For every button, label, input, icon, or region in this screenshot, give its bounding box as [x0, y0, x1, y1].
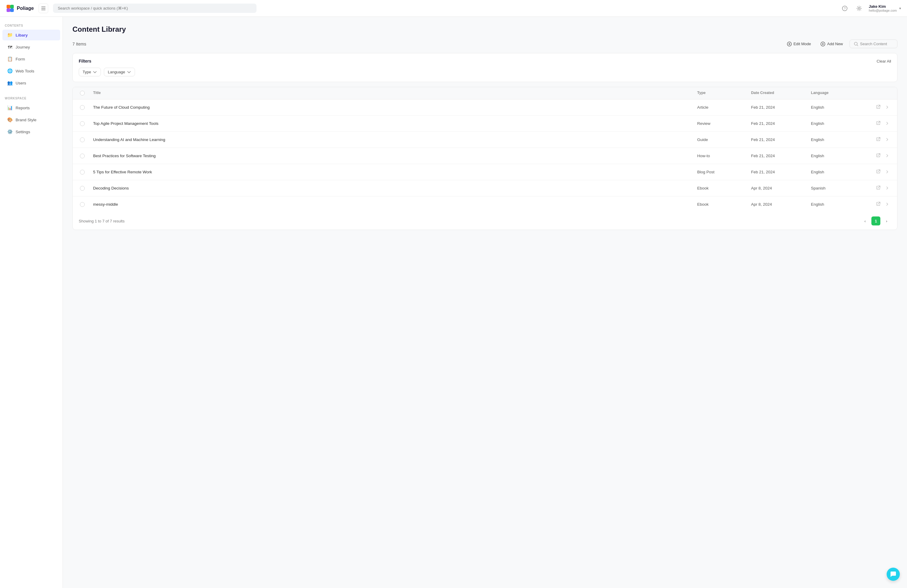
- row-checkbox-cell: [77, 133, 91, 146]
- row-chevron-5[interactable]: [885, 184, 890, 192]
- row-title-3: Best Practices for Software Testing: [91, 149, 695, 162]
- edit-mode-icon: [787, 42, 792, 46]
- row-external-link-3[interactable]: [875, 152, 881, 160]
- add-new-icon: [820, 42, 825, 46]
- user-info[interactable]: Jake Kim hello@poliage.com ▾: [869, 4, 901, 12]
- sidebar-item-settings[interactable]: ⚙️ Settings: [2, 127, 60, 137]
- logo: Poliage: [6, 4, 34, 13]
- row-date-3: Feb 21, 2024: [748, 149, 809, 162]
- sidebar-toggle-icon: [41, 6, 45, 10]
- sidebar-item-web-tools[interactable]: 🌐 Web Tools: [2, 66, 60, 76]
- topbar: Poliage ?: [0, 0, 907, 17]
- svg-rect-4: [41, 6, 45, 7]
- svg-point-9: [858, 8, 860, 9]
- row-chevron-2[interactable]: [885, 136, 890, 143]
- search-content-label: Search Content: [860, 42, 887, 46]
- table-row: Top Agile Project Management Tools Revie…: [73, 115, 897, 132]
- sidebar-item-settings-label: Settings: [16, 130, 30, 134]
- row-checkbox-cell: [77, 198, 91, 211]
- row-type-1: Review: [695, 117, 748, 130]
- header-type: Type: [695, 87, 748, 99]
- svg-text:?: ?: [844, 6, 846, 10]
- settings-sidebar-icon: ⚙️: [7, 129, 13, 135]
- app-container: Poliage ?: [0, 0, 907, 588]
- next-page-button[interactable]: ›: [882, 216, 891, 226]
- language-filter-dropdown[interactable]: Language: [104, 68, 135, 76]
- svg-rect-3: [10, 8, 14, 12]
- add-new-button[interactable]: Add New: [817, 40, 846, 48]
- row-chevron-6[interactable]: [885, 200, 890, 208]
- search-icon: [854, 42, 858, 46]
- row-actions-0: [869, 99, 893, 115]
- users-icon: 👥: [7, 80, 13, 86]
- filters-title: Filters: [79, 59, 91, 64]
- settings-button[interactable]: [854, 3, 864, 13]
- row-date-5: Apr 8, 2024: [748, 182, 809, 195]
- filter-row: Type Language: [79, 68, 891, 76]
- content-header: 7 Items Edit Mode Add: [72, 40, 897, 48]
- row-date-2: Feb 21, 2024: [748, 133, 809, 146]
- select-all-checkbox[interactable]: [80, 91, 85, 96]
- sidebar-item-library[interactable]: 📁 Libary: [2, 30, 60, 40]
- prev-page-button[interactable]: ‹: [861, 216, 870, 226]
- row-chevron-3[interactable]: [885, 152, 890, 160]
- row-checkbox-4[interactable]: [80, 170, 85, 175]
- row-type-0: Article: [695, 101, 748, 114]
- edit-mode-button[interactable]: Edit Mode: [784, 40, 814, 48]
- row-external-link-4[interactable]: [875, 168, 881, 176]
- row-external-link-0[interactable]: [875, 104, 881, 111]
- row-external-link-5[interactable]: [875, 184, 881, 192]
- row-language-5: Spanish: [809, 182, 869, 195]
- journey-icon: 🗺: [7, 44, 13, 50]
- row-checkbox-1[interactable]: [80, 121, 85, 126]
- table-row: messy-middle Ebook Apr 8, 2024 English: [73, 196, 897, 212]
- row-language-6: English: [809, 198, 869, 211]
- row-checkbox-3[interactable]: [80, 154, 85, 159]
- pagination-controls: ‹ 1 ›: [861, 216, 891, 226]
- row-chevron-0[interactable]: [885, 104, 890, 111]
- sidebar-toggle-button[interactable]: [38, 3, 48, 13]
- row-checkbox-6[interactable]: [80, 202, 85, 207]
- row-chevron-4[interactable]: [885, 168, 890, 176]
- add-new-label: Add New: [827, 42, 843, 46]
- row-external-link-6[interactable]: [875, 200, 881, 208]
- type-filter-dropdown[interactable]: Type: [79, 68, 101, 76]
- settings-icon: [856, 6, 862, 11]
- global-search-input[interactable]: [53, 3, 256, 13]
- row-actions-1: [869, 115, 893, 131]
- row-type-2: Guide: [695, 133, 748, 146]
- sidebar-item-journey[interactable]: 🗺 Journey: [2, 42, 60, 52]
- page-1-button[interactable]: 1: [872, 216, 880, 226]
- row-external-link-1[interactable]: [875, 120, 881, 127]
- search-content-button[interactable]: Search Content: [849, 40, 897, 48]
- sidebar-item-brand-style[interactable]: 🎨 Brand Style: [2, 114, 60, 125]
- clear-all-button[interactable]: Clear All: [877, 59, 891, 64]
- header-date: Date Created: [748, 87, 809, 99]
- user-text: Jake Kim hello@poliage.com: [869, 4, 897, 12]
- sidebar-item-users[interactable]: 👥 Users: [2, 77, 60, 88]
- type-chevron-icon: [93, 70, 97, 74]
- row-actions-2: [869, 132, 893, 147]
- row-external-link-2[interactable]: [875, 136, 881, 143]
- help-button[interactable]: ?: [840, 3, 849, 13]
- edit-mode-label: Edit Mode: [793, 42, 811, 46]
- row-checkbox-5[interactable]: [80, 186, 85, 191]
- form-icon: 📋: [7, 56, 13, 62]
- pagination-info: Showing 1 to 7 of 7 results: [79, 219, 125, 223]
- row-language-1: English: [809, 117, 869, 130]
- row-action-buttons-4: [871, 168, 890, 176]
- chat-button[interactable]: [887, 568, 900, 581]
- user-chevron-icon: ▾: [899, 6, 901, 10]
- row-action-buttons-3: [871, 152, 890, 160]
- row-date-1: Feb 21, 2024: [748, 117, 809, 130]
- row-checkbox-0[interactable]: [80, 105, 85, 110]
- sidebar-item-brand-style-label: Brand Style: [16, 118, 37, 122]
- table-row: Understanding AI and Machine Learning Gu…: [73, 132, 897, 148]
- svg-rect-1: [10, 5, 14, 8]
- row-checkbox-2[interactable]: [80, 138, 85, 142]
- sidebar-item-reports[interactable]: 📊 Reports: [2, 103, 60, 113]
- row-chevron-1[interactable]: [885, 120, 890, 127]
- sidebar-item-form[interactable]: 📋 Form: [2, 54, 60, 64]
- library-icon: 📁: [7, 32, 13, 38]
- svg-rect-2: [6, 8, 10, 12]
